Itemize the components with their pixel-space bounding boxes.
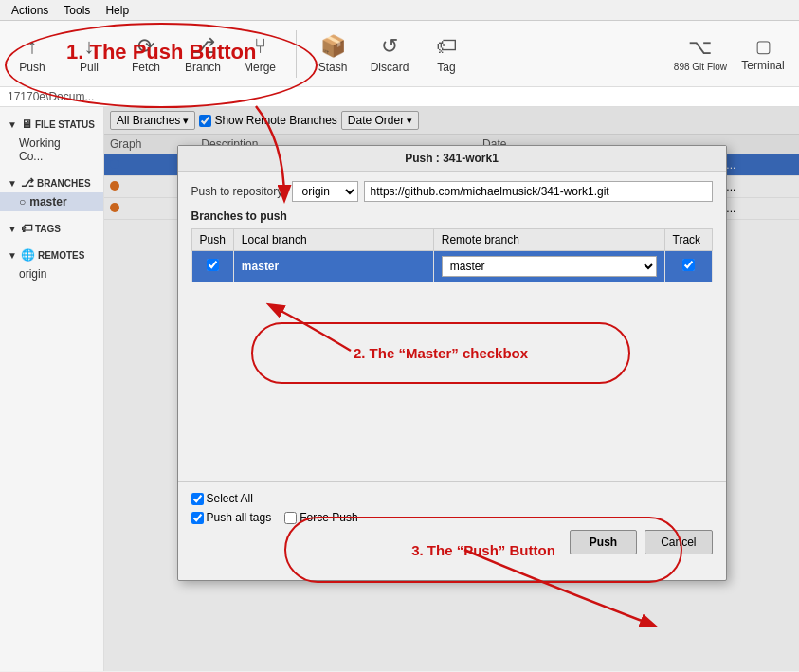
discard-button[interactable]: ↺ Discard — [365, 26, 414, 82]
terminal-icon: ▢ — [755, 36, 772, 57]
dialog-cancel-button[interactable]: Cancel — [645, 530, 712, 554]
discard-label: Discard — [371, 61, 409, 74]
merge-label: Merge — [244, 61, 276, 74]
push-all-tags-text: Push all tags — [207, 511, 272, 524]
dialog-push-button[interactable]: Push — [570, 530, 637, 554]
sidebar-header-filestatus[interactable]: ▼ 🖥 FILE STATUS — [0, 115, 103, 134]
arrow-icon-branches: ▼ — [8, 178, 17, 189]
menu-tools[interactable]: Tools — [56, 2, 98, 19]
remote-branch-select[interactable]: master — [442, 256, 657, 277]
footer-checkboxes: Select All — [191, 492, 713, 505]
file-status-icon: 🖥 — [21, 118, 32, 131]
separator-1 — [296, 30, 297, 78]
push-icon: ↑ — [27, 34, 38, 59]
gitflow-label: 898 Git Flow — [674, 62, 727, 72]
dialog-body: Push to repository: origin Branches to p… — [178, 172, 726, 481]
stash-label: Stash — [318, 61, 348, 74]
col-remote-branch: Remote branch — [433, 229, 664, 251]
col-track: Track — [664, 229, 712, 251]
arrow-icon: ▼ — [8, 119, 17, 130]
stash-button[interactable]: 📦 Stash — [308, 26, 357, 82]
sidebar-item-workingcopy[interactable]: Working Co... — [0, 134, 103, 166]
sidebar-section-remotes: ▼ 🌐 REMOTES origin — [0, 242, 103, 287]
branch-circle-icon: ○ — [19, 195, 26, 209]
dialog-footer: Select All Push all tags Force Push — [178, 481, 726, 564]
push-dialog: Push : 341-work1 Push to repository: ori… — [177, 145, 727, 581]
force-push-text: Force Push — [300, 511, 357, 524]
dialog-overlay: Push : 341-work1 Push to repository: ori… — [104, 107, 799, 671]
dialog-spacer-area — [191, 282, 713, 472]
sidebar-item-origin-label: origin — [19, 267, 46, 281]
main-layout: ▼ 🖥 FILE STATUS Working Co... ▼ ⎇ BRANCH… — [0, 107, 799, 671]
sidebar-item-master[interactable]: ○ master — [0, 192, 103, 211]
push-to-label: Push to repository: — [191, 185, 286, 198]
sidebar-section-branches: ▼ ⎇ BRANCHES ○ master — [0, 170, 103, 215]
branch-button[interactable]: ⎇ Branch — [178, 26, 227, 82]
local-branch-name: master — [242, 260, 279, 273]
footer-options: Push all tags Force Push — [191, 511, 713, 524]
sidebar-label-branches: BRANCHES — [37, 178, 91, 189]
terminal-button[interactable]: ▢ Terminal — [735, 26, 791, 82]
branch-label: Branch — [185, 61, 221, 74]
gitflow-icon: ⌥ — [688, 35, 712, 60]
repository-row: Push to repository: origin — [191, 181, 713, 202]
sidebar: ▼ 🖥 FILE STATUS Working Co... ▼ ⎇ BRANCH… — [0, 107, 104, 671]
fetch-button[interactable]: ⟳ Fetch — [121, 26, 171, 82]
force-push-checkbox[interactable] — [284, 512, 297, 524]
fetch-icon: ⟳ — [137, 34, 154, 59]
repository-select[interactable]: origin — [292, 181, 358, 202]
tags-icon: 🏷 — [21, 222, 32, 235]
col-push-check: Push — [191, 229, 233, 251]
branches-section-label: Branches to push — [191, 209, 713, 223]
pull-label: Pull — [80, 61, 99, 74]
breadcrumb-text: 17170e\Docum... — [8, 90, 94, 103]
merge-icon: ⑂ — [254, 34, 266, 59]
pull-button[interactable]: ↓ Pull — [64, 26, 114, 82]
graph-area: All Branches ▾ Show Remote Branches Date… — [104, 107, 799, 671]
table-row[interactable]: master master — [191, 251, 712, 282]
select-all-text: Select All — [207, 492, 253, 505]
branches-icon: ⎇ — [21, 176, 34, 190]
force-push-label[interactable]: Force Push — [284, 511, 357, 524]
arrow-icon-tags: ▼ — [8, 224, 17, 234]
branches-table: Push Local branch Remote branch Track — [191, 228, 713, 282]
discard-icon: ↺ — [381, 34, 398, 59]
sidebar-label-tags: TAGS — [35, 224, 61, 234]
select-all-label[interactable]: Select All — [191, 492, 253, 505]
breadcrumb: 17170e\Docum... — [0, 87, 799, 107]
menu-actions[interactable]: Actions — [4, 2, 56, 19]
menu-help[interactable]: Help — [98, 2, 136, 19]
gitflow-area: ⌥ 898 Git Flow — [674, 35, 727, 72]
sidebar-header-tags[interactable]: ▼ 🏷 TAGS — [0, 219, 103, 238]
sidebar-section-filestatus: ▼ 🖥 FILE STATUS Working Co... — [0, 111, 103, 170]
repository-url-input[interactable] — [364, 181, 713, 202]
tag-button[interactable]: 🏷 Tag — [422, 26, 471, 82]
push-all-tags-label[interactable]: Push all tags — [191, 511, 272, 524]
push-label: Push — [19, 61, 45, 74]
menu-bar: Actions Tools Help — [0, 0, 799, 21]
sidebar-label-remotes: REMOTES — [38, 250, 84, 261]
push-all-tags-checkbox[interactable] — [191, 512, 204, 524]
fetch-label: Fetch — [132, 61, 160, 74]
sidebar-header-branches[interactable]: ▼ ⎇ BRANCHES — [0, 173, 103, 192]
sidebar-header-remotes[interactable]: ▼ 🌐 REMOTES — [0, 245, 103, 264]
dialog-title: Push : 341-work1 — [178, 146, 726, 172]
terminal-label: Terminal — [741, 59, 784, 72]
local-branch-cell: master — [233, 251, 433, 282]
toolbar: ↑ Push ↓ Pull ⟳ Fetch ⎇ Branch ⑂ Merge 📦… — [0, 21, 799, 87]
tag-icon: 🏷 — [436, 34, 457, 59]
stash-icon: 📦 — [320, 34, 346, 59]
push-button[interactable]: ↑ Push — [8, 26, 57, 82]
select-all-checkbox[interactable] — [191, 493, 204, 505]
remotes-icon: 🌐 — [21, 248, 35, 262]
sidebar-item-origin[interactable]: origin — [0, 264, 103, 283]
tag-label: Tag — [437, 61, 455, 74]
sidebar-item-master-label: master — [29, 195, 66, 209]
master-push-checkbox[interactable] — [207, 259, 219, 271]
sidebar-item-workingcopy-label: Working Co... — [19, 136, 84, 163]
col-local-branch: Local branch — [233, 229, 433, 251]
remote-branch-cell: master — [433, 251, 664, 282]
track-checkbox[interactable] — [682, 259, 695, 271]
pull-icon: ↓ — [84, 34, 95, 59]
merge-button[interactable]: ⑂ Merge — [235, 26, 284, 82]
